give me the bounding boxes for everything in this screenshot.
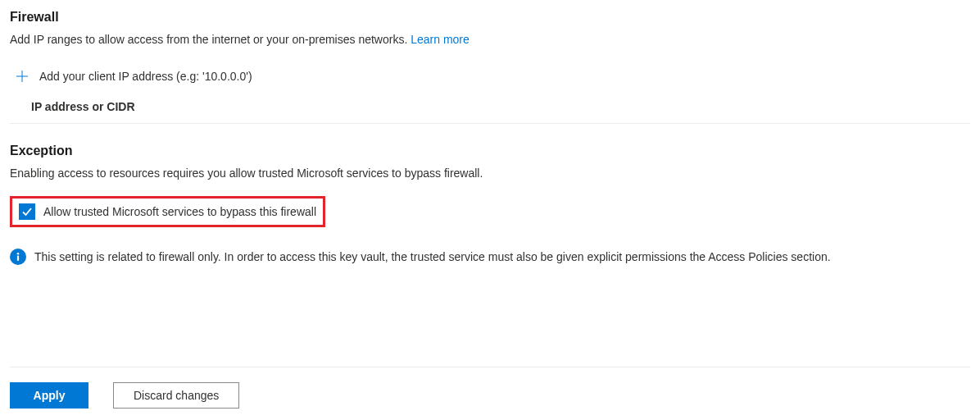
exception-heading: Exception (10, 144, 970, 158)
svg-point-2 (17, 253, 20, 255)
info-message-text: This setting is related to firewall only… (34, 250, 831, 263)
firewall-heading: Firewall (10, 10, 970, 25)
allow-trusted-services-checkbox[interactable]: Allow trusted Microsoft services to bypa… (10, 196, 325, 227)
ip-address-column-header: IP address or CIDR (10, 90, 970, 124)
svg-rect-3 (17, 256, 19, 262)
info-message: This setting is related to firewall only… (10, 249, 970, 265)
checkbox-checked-icon (19, 203, 35, 220)
exception-description: Enabling access to resources requires yo… (10, 167, 970, 180)
add-client-ip-label: Add your client IP address (e.g: '10.0.0… (39, 70, 252, 83)
firewall-description-text: Add IP ranges to allow access from the i… (10, 33, 411, 46)
discard-changes-button[interactable]: Discard changes (113, 382, 239, 409)
learn-more-link[interactable]: Learn more (411, 33, 470, 46)
allow-trusted-services-label: Allow trusted Microsoft services to bypa… (43, 205, 316, 218)
info-icon (10, 249, 26, 265)
footer-actions: Apply Discard changes (10, 367, 970, 409)
firewall-description: Add IP ranges to allow access from the i… (10, 33, 970, 46)
add-client-ip-button[interactable]: Add your client IP address (e.g: '10.0.0… (10, 62, 970, 90)
plus-icon (15, 69, 29, 84)
apply-button[interactable]: Apply (10, 382, 88, 409)
